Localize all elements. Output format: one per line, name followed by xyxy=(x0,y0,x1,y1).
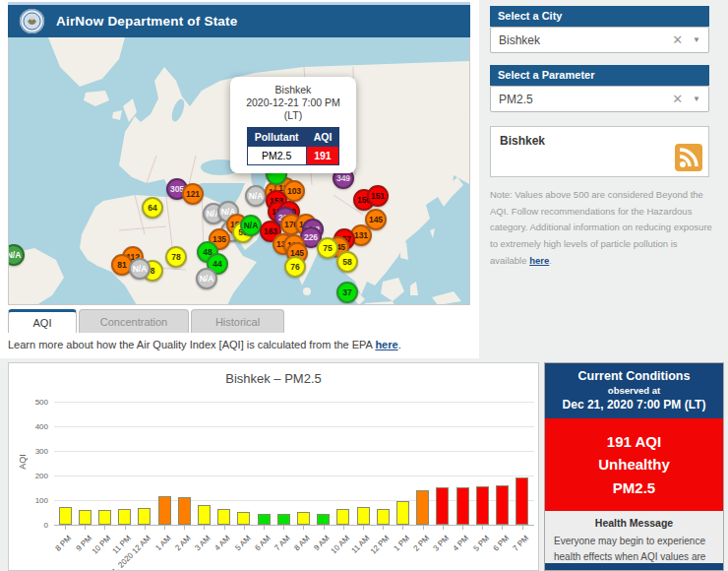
chart-bar[interactable] xyxy=(258,514,271,525)
chart-x-tick-label: 3 PM xyxy=(432,534,452,553)
chart-bar[interactable] xyxy=(237,512,250,525)
chart-x-tick-label: 5 AM xyxy=(233,534,252,552)
chart-x-tick-label: 7 AM xyxy=(273,534,291,552)
chart-bar[interactable] xyxy=(178,497,191,525)
chart-title: Bishkek – PM2.5 xyxy=(9,371,538,386)
parameter-dropdown-arrow-icon[interactable]: ▼ xyxy=(693,95,700,103)
aqi-map[interactable]: N/AN/AN/AN/A30512164N/A103581354844N/A11… xyxy=(8,37,470,305)
chart-bar[interactable] xyxy=(476,486,489,525)
chart-x-tick xyxy=(443,526,444,530)
map-marker[interactable]: N/A xyxy=(240,215,262,236)
chart-bar[interactable] xyxy=(217,509,230,525)
tab-aqi[interactable]: AQI xyxy=(8,309,77,333)
chart-y-tick-label: 300 xyxy=(15,447,48,456)
map-marker[interactable]: 76 xyxy=(284,256,306,278)
map-marker[interactable]: 78 xyxy=(165,246,187,268)
chart-bar[interactable] xyxy=(138,508,151,525)
chart-bar[interactable] xyxy=(516,477,528,525)
conditions-category: Unhealthy xyxy=(549,453,719,476)
popup-table: Pollutant AQI PM2.5 191 xyxy=(247,127,340,165)
health-message-section: Health Message Everyone may begin to exp… xyxy=(545,511,723,571)
map-marker[interactable]: 75 xyxy=(317,237,338,259)
map-marker[interactable]: N/A xyxy=(129,258,151,280)
chart-x-tick-label: 4 AM xyxy=(213,534,232,552)
clear-parameter-icon[interactable]: ✕ xyxy=(672,92,683,106)
chart-bar[interactable] xyxy=(317,514,330,525)
chart-x-tick xyxy=(423,526,424,530)
chart-x-tick xyxy=(283,526,284,530)
chart-x-tick-label: 2 AM xyxy=(173,534,192,552)
chart-bar[interactable] xyxy=(336,509,349,525)
chart-x-tick-label: 11 AM xyxy=(349,534,371,555)
popup-col-aqi: AQI xyxy=(306,128,339,147)
chart-bar[interactable] xyxy=(377,509,390,525)
note-here-link[interactable]: here xyxy=(529,255,549,266)
view-tabs: AQI Concentration Historical xyxy=(8,309,286,333)
tab-concentration[interactable]: Concentration xyxy=(79,309,189,333)
map-marker[interactable]: 151 xyxy=(367,185,389,207)
tab-historical[interactable]: Historical xyxy=(191,309,284,333)
map-marker[interactable]: 58 xyxy=(336,251,358,273)
chart-x-tick xyxy=(164,526,165,530)
conditions-title: Current Conditions xyxy=(549,369,719,383)
chart-bar[interactable] xyxy=(277,514,290,525)
chart-gridline xyxy=(54,426,534,427)
chart-x-tick xyxy=(343,526,344,530)
chart-bar[interactable] xyxy=(79,510,91,525)
chart-x-tick xyxy=(502,526,503,530)
chart-y-tick-label: 0 xyxy=(15,521,48,530)
conditions-datetime: Dec 21, 2020 7:00 PM (LT) xyxy=(549,398,719,412)
learn-more-here-link[interactable]: here xyxy=(375,339,397,350)
map-marker[interactable]: N/A xyxy=(245,185,267,207)
popup-city: Bishkek xyxy=(236,84,350,96)
chart-x-tick xyxy=(482,526,483,530)
chart-bar[interactable] xyxy=(118,509,131,525)
popup-col-pollutant: Pollutant xyxy=(247,128,306,147)
chart-x-tick xyxy=(65,526,66,530)
parameter-select-value: PM2.5 xyxy=(499,93,672,106)
select-city-header: Select a City xyxy=(490,6,709,27)
map-marker[interactable]: 37 xyxy=(336,282,358,303)
chart-bar[interactable] xyxy=(357,507,370,525)
conditions-observed-label: observed at xyxy=(549,385,719,396)
chart-bar[interactable] xyxy=(198,505,211,525)
chart-bar[interactable] xyxy=(436,487,449,525)
chart-bar[interactable] xyxy=(496,485,509,525)
learn-more-period: . xyxy=(398,339,401,350)
map-marker[interactable]: N/A xyxy=(196,268,217,289)
chart-bar[interactable] xyxy=(416,490,429,525)
chart-x-tick xyxy=(522,526,523,530)
chart-x-tick xyxy=(324,526,325,530)
chart-bar[interactable] xyxy=(297,512,310,525)
chart-x-tick xyxy=(303,526,304,530)
map-marker[interactable]: 64 xyxy=(142,197,163,219)
chart-x-tick xyxy=(462,526,463,530)
chart-x-tick xyxy=(383,526,384,530)
chart-x-tick-label: 10 PM xyxy=(91,534,113,556)
chart-x-tick xyxy=(85,526,86,530)
chart-x-tick-label: 3 AM xyxy=(194,534,212,552)
chart-x-tick-label: 1 AM xyxy=(153,534,172,552)
chart-x-tick-label: 7 PM xyxy=(511,534,530,553)
parameter-select[interactable]: PM2.5 ✕ ▼ xyxy=(490,86,709,112)
rss-icon[interactable] xyxy=(675,144,702,171)
chart-x-tick xyxy=(224,526,225,530)
clear-city-icon[interactable]: ✕ xyxy=(672,32,683,47)
learn-more-body: Learn more about how the Air Quality Ind… xyxy=(8,339,375,350)
chart-bar[interactable] xyxy=(456,487,469,525)
chart-x-tick xyxy=(363,526,364,530)
chart-x-tick-label: 2 PM xyxy=(411,534,431,553)
map-marker[interactable]: 121 xyxy=(182,183,204,205)
current-conditions-header: Current Conditions observed at Dec 21, 2… xyxy=(545,363,723,418)
chart-x-tick-label: 8 PM xyxy=(54,534,74,553)
note-text: Note: Values above 500 are considered Be… xyxy=(490,189,712,266)
popup-timezone: (LT) xyxy=(236,109,350,122)
chart-bar[interactable] xyxy=(59,507,72,525)
chart-bar[interactable] xyxy=(98,510,111,525)
chart-bar[interactable] xyxy=(396,501,409,525)
department-of-state-seal-icon xyxy=(19,8,45,34)
city-dropdown-arrow-icon[interactable]: ▼ xyxy=(693,35,700,44)
conditions-aqi-value: 191 AQI xyxy=(549,430,719,453)
chart-bar[interactable] xyxy=(158,496,171,525)
city-select[interactable]: Bishkek ✕ ▼ xyxy=(490,27,709,53)
